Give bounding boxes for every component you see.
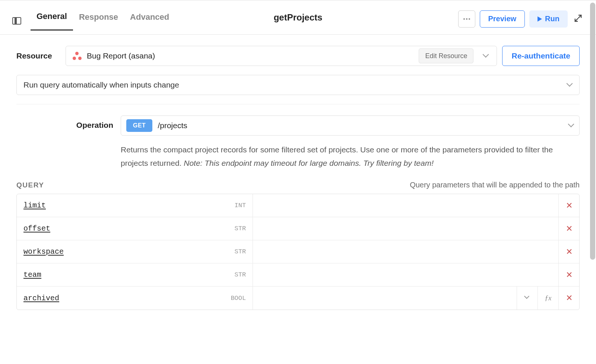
tab-response[interactable]: Response xyxy=(73,12,124,30)
param-actions: ✕ xyxy=(558,263,579,286)
param-value-input[interactable] xyxy=(258,287,511,310)
http-method-badge: GET xyxy=(126,119,152,132)
operation-description: Returns the compact project records for … xyxy=(121,143,580,170)
param-actions: ƒx✕ xyxy=(517,287,579,310)
section-divider xyxy=(16,104,580,104)
tab-general[interactable]: General xyxy=(31,12,73,31)
param-dropdown-toggle[interactable] xyxy=(517,287,538,310)
resource-name: Bug Report (asana) xyxy=(87,51,413,60)
panel-toggle-button[interactable] xyxy=(12,16,22,26)
close-icon: ✕ xyxy=(566,294,573,302)
param-value-cell xyxy=(253,194,558,217)
param-type: BOOL xyxy=(231,295,246,302)
chevron-down-icon xyxy=(525,295,530,301)
scrollbar-thumb[interactable] xyxy=(590,3,595,260)
close-icon: ✕ xyxy=(566,248,573,256)
resource-select[interactable]: Bug Report (asana) Edit Resource xyxy=(66,46,497,66)
param-value-cell xyxy=(253,240,558,263)
query-name[interactable]: getProjects xyxy=(274,12,323,23)
param-row: workspaceSTR✕ xyxy=(17,240,579,263)
param-remove-button[interactable]: ✕ xyxy=(558,263,579,286)
param-key[interactable]: team xyxy=(23,270,41,279)
query-section-hint: Query parameters that will be appended t… xyxy=(410,181,580,189)
resource-dropdown-chevron[interactable] xyxy=(479,48,494,63)
param-key[interactable]: limit xyxy=(23,201,46,210)
panel-icon xyxy=(12,17,21,25)
expand-button[interactable] xyxy=(572,13,584,25)
param-value-input[interactable] xyxy=(258,217,553,240)
param-actions: ✕ xyxy=(558,217,579,240)
param-value-cell xyxy=(253,217,558,240)
param-value-cell xyxy=(253,287,517,310)
resource-row: Resource Bug Report (asana) Edit Resourc… xyxy=(16,46,580,66)
param-row: offsetSTR✕ xyxy=(17,217,579,240)
param-fx-toggle[interactable]: ƒx xyxy=(538,287,558,310)
param-key[interactable]: workspace xyxy=(23,247,64,256)
param-type: INT xyxy=(235,202,246,209)
param-row: archivedBOOLƒx✕ xyxy=(17,287,579,310)
close-icon: ✕ xyxy=(566,271,573,279)
param-remove-button[interactable]: ✕ xyxy=(558,287,579,310)
operation-row: Operation GET /projects xyxy=(16,115,580,136)
operation-path: /projects xyxy=(158,121,564,130)
close-icon: ✕ xyxy=(566,202,573,210)
param-key-cell: workspaceSTR xyxy=(17,240,253,263)
query-editor-body: Resource Bug Report (asana) Edit Resourc… xyxy=(0,35,596,364)
param-key-cell: archivedBOOL xyxy=(17,287,253,310)
param-key-cell: offsetSTR xyxy=(17,217,253,240)
param-key-cell: teamSTR xyxy=(17,263,253,286)
editor-tab-bar: General Response Advanced xyxy=(31,12,175,30)
run-trigger-select[interactable]: Run query automatically when inputs chan… xyxy=(16,75,580,95)
query-section-title: QUERY xyxy=(16,181,44,189)
tab-advanced[interactable]: Advanced xyxy=(124,12,175,30)
chevron-down-icon xyxy=(484,53,489,58)
param-value-input[interactable] xyxy=(258,194,553,217)
asana-icon xyxy=(73,52,82,60)
param-type: STR xyxy=(235,271,246,278)
param-value-input[interactable] xyxy=(258,240,553,263)
param-actions: ✕ xyxy=(558,240,579,263)
operation-select[interactable]: GET /projects xyxy=(121,115,580,136)
param-value-cell xyxy=(253,263,558,286)
resource-label: Resource xyxy=(16,51,66,60)
chevron-down-icon xyxy=(569,123,574,128)
close-icon: ✕ xyxy=(566,225,573,233)
query-params-table: limitINT✕offsetSTR✕workspaceSTR✕teamSTR✕… xyxy=(16,194,580,310)
more-options-button[interactable] xyxy=(458,10,475,28)
run-trigger-value: Run query automatically when inputs chan… xyxy=(23,80,179,89)
ellipsis-icon xyxy=(463,18,470,20)
run-button-label: Run xyxy=(545,15,559,23)
play-icon xyxy=(538,16,542,22)
param-type: STR xyxy=(235,225,246,232)
param-remove-button[interactable]: ✕ xyxy=(558,217,579,240)
param-row: teamSTR✕ xyxy=(17,263,579,287)
expand-icon xyxy=(574,18,582,23)
param-key[interactable]: archived xyxy=(23,294,59,303)
preview-button[interactable]: Preview xyxy=(480,10,525,28)
query-section-header: QUERY Query parameters that will be appe… xyxy=(16,181,580,189)
param-remove-button[interactable]: ✕ xyxy=(558,240,579,263)
chevron-down-icon xyxy=(567,82,573,88)
operation-label: Operation xyxy=(16,115,121,130)
param-key-cell: limitINT xyxy=(17,194,253,217)
param-value-input[interactable] xyxy=(258,263,553,286)
run-button[interactable]: Run xyxy=(529,10,568,28)
reauthenticate-button[interactable]: Re-authenticate xyxy=(502,46,580,66)
param-row: limitINT✕ xyxy=(17,194,579,217)
query-editor-header: General Response Advanced getProjects Pr… xyxy=(0,0,596,35)
param-remove-button[interactable]: ✕ xyxy=(558,194,579,217)
param-key[interactable]: offset xyxy=(23,224,50,233)
edit-resource-button[interactable]: Edit Resource xyxy=(419,48,473,63)
param-actions: ✕ xyxy=(558,194,579,217)
param-type: STR xyxy=(235,248,246,255)
